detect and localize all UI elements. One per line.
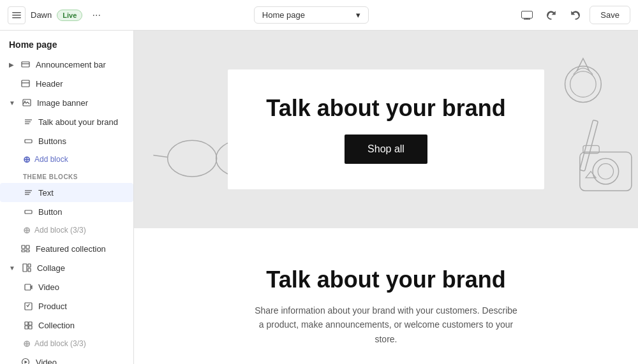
topbar-left: Dawn Live ··· xyxy=(8,6,105,24)
button-icon xyxy=(23,136,33,146)
main-layout: Home page ▶ Announcement bar ▶ Header ▼ … xyxy=(0,31,638,364)
svg-rect-8 xyxy=(22,80,29,87)
svg-rect-0 xyxy=(12,12,21,13)
more-options-button[interactable]: ··· xyxy=(87,6,105,24)
sidebar-item-label: Image banner xyxy=(37,98,88,108)
svg-rect-15 xyxy=(25,140,32,143)
sidebar-item-label: Text xyxy=(38,188,54,198)
sidebar-item-collection[interactable]: Collection xyxy=(0,316,133,335)
topbar-right: Save xyxy=(517,5,630,25)
svg-rect-3 xyxy=(522,11,533,18)
button-block-icon xyxy=(23,207,33,217)
add-block-3-3-button[interactable]: ⊕ Add block (3/3) xyxy=(0,221,133,239)
video-section-icon xyxy=(20,357,31,364)
sidebar-item-label: Product xyxy=(38,302,67,311)
header-icon xyxy=(20,78,31,89)
text-block-icon xyxy=(23,187,33,198)
banner-overlay: Talk about your brand Shop all xyxy=(228,69,544,189)
brand-description: Share information about your brand with … xyxy=(252,303,520,346)
sidebar-item-label: Featured collection xyxy=(36,244,106,254)
sidebar-item-label: Button xyxy=(38,207,63,217)
sidebar-item-text[interactable]: Text xyxy=(0,183,133,202)
preview-inner: Talk about your brand Shop all Talk abou… xyxy=(134,31,638,364)
desktop-view-button[interactable] xyxy=(517,5,537,25)
svg-rect-6 xyxy=(22,62,29,67)
video-icon xyxy=(23,282,33,292)
svg-rect-23 xyxy=(26,250,29,252)
redo-button[interactable] xyxy=(565,5,586,25)
live-badge: Live xyxy=(57,10,82,21)
collection-icon xyxy=(23,320,33,330)
svg-rect-2 xyxy=(12,17,21,18)
brand-title: Talk about your brand xyxy=(160,266,612,293)
sidebar-item-label: Buttons xyxy=(38,136,66,146)
svg-rect-27 xyxy=(25,284,31,290)
chevron-down-icon: ▼ xyxy=(9,99,15,106)
add-block-label: Add block (3/3) xyxy=(34,339,86,348)
sidebar-title: Home page xyxy=(0,31,133,55)
chevron-down-icon: ▼ xyxy=(9,265,15,272)
topbar-center: Home page xyxy=(110,6,512,24)
sidebar-item-header[interactable]: ▶ Header xyxy=(0,74,133,93)
sidebar-item-label: Collage xyxy=(37,263,65,273)
product-icon xyxy=(23,301,33,311)
topbar: Dawn Live ··· Home page Save xyxy=(0,0,638,31)
sidebar-item-label: Header xyxy=(36,79,63,89)
chevron-right-icon: ▶ xyxy=(9,61,14,68)
plus-icon: ⊕ xyxy=(23,154,31,164)
sidebar-item-label: Talk about your brand xyxy=(38,117,118,127)
sidebar-item-label: Announcement bar xyxy=(36,60,106,69)
svg-rect-1 xyxy=(12,15,21,16)
add-block-label: Add block (3/3) xyxy=(34,226,86,235)
image-banner-icon xyxy=(22,98,32,108)
plus-icon: ⊕ xyxy=(23,339,31,349)
sidebar-item-label: Collection xyxy=(38,321,75,330)
collage-icon xyxy=(22,263,32,273)
sidebar-item-talk-about-brand[interactable]: Talk about your brand xyxy=(0,112,133,131)
svg-rect-24 xyxy=(23,264,27,272)
shop-all-button[interactable]: Shop all xyxy=(345,135,427,164)
add-block-label: Add block xyxy=(34,155,68,164)
svg-rect-32 xyxy=(29,326,32,329)
sidebar-item-label: Video xyxy=(38,282,59,292)
announcement-icon xyxy=(20,59,31,69)
sidebar-item-image-banner[interactable]: ▼ Image banner xyxy=(0,93,133,112)
preview-area: Talk about your brand Shop all Talk abou… xyxy=(134,31,638,364)
sidebar: Home page ▶ Announcement bar ▶ Header ▼ … xyxy=(0,31,134,364)
page-selector[interactable]: Home page xyxy=(254,6,369,24)
svg-rect-20 xyxy=(22,245,25,249)
sidebar-item-button-block[interactable]: Button xyxy=(0,202,133,221)
svg-rect-25 xyxy=(28,264,31,267)
sidebar-item-featured-collection[interactable]: ▶ Featured collection xyxy=(0,239,133,258)
theme-blocks-label: THEME BLOCKS xyxy=(0,168,133,183)
site-name: Dawn xyxy=(31,10,52,20)
brand-section: Talk about your brand Share information … xyxy=(134,228,638,364)
sidebar-item-video-section[interactable]: ▶ Video xyxy=(0,353,133,364)
svg-rect-31 xyxy=(25,326,28,329)
sidebar-item-announcement-bar[interactable]: ▶ Announcement bar xyxy=(0,55,133,74)
sidebar-item-product[interactable]: Product xyxy=(0,296,133,316)
chevron-down-icon xyxy=(356,10,360,20)
add-block-button[interactable]: ⊕ Add block xyxy=(0,150,133,168)
text-icon xyxy=(23,117,33,127)
sidebar-item-buttons[interactable]: Buttons xyxy=(0,131,133,150)
banner-title: Talk about your brand xyxy=(266,95,505,122)
svg-rect-19 xyxy=(25,210,32,214)
sidebar-item-collage[interactable]: ▼ Collage xyxy=(0,258,133,277)
image-banner-section: Talk about your brand Shop all xyxy=(134,31,638,228)
sidebar-item-video-collage[interactable]: Video xyxy=(0,277,133,296)
menu-icon[interactable] xyxy=(8,6,26,24)
svg-rect-22 xyxy=(22,250,25,252)
svg-rect-30 xyxy=(29,322,32,325)
add-block-collage-button[interactable]: ⊕ Add block (3/3) xyxy=(0,335,133,353)
svg-rect-26 xyxy=(28,268,31,272)
svg-rect-29 xyxy=(25,322,28,325)
save-button[interactable]: Save xyxy=(590,6,630,24)
plus-icon: ⊕ xyxy=(23,225,31,235)
featured-collection-icon xyxy=(20,244,31,254)
sidebar-item-label: Video xyxy=(36,358,57,365)
svg-rect-21 xyxy=(26,245,29,249)
undo-button[interactable] xyxy=(541,5,561,25)
